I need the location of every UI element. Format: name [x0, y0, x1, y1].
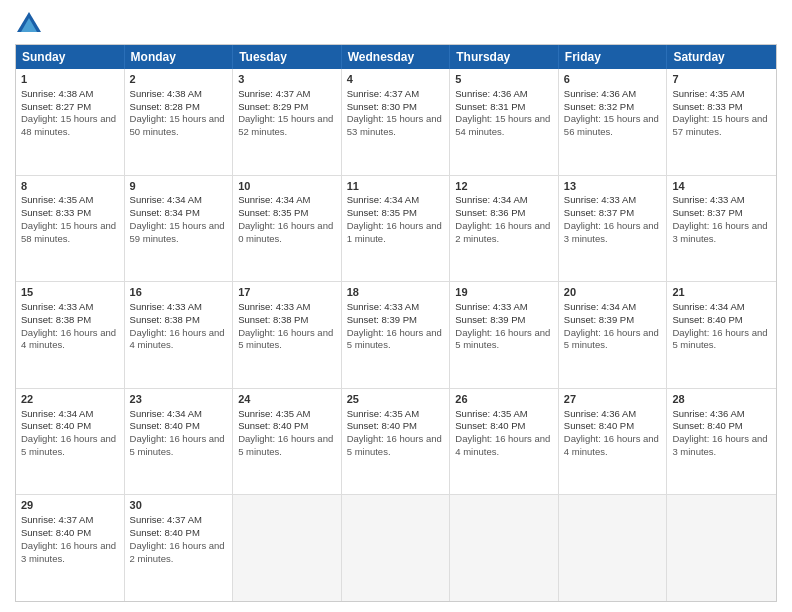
day-number: 4: [347, 72, 445, 87]
day-number: 3: [238, 72, 336, 87]
daylight: Daylight: 15 hours and 57 minutes.: [672, 113, 767, 137]
daylight: Daylight: 16 hours and 2 minutes.: [130, 540, 225, 564]
daylight: Daylight: 16 hours and 5 minutes.: [130, 433, 225, 457]
sunset: Sunset: 8:37 PM: [564, 207, 634, 218]
sunset: Sunset: 8:35 PM: [347, 207, 417, 218]
day-number: 11: [347, 179, 445, 194]
sunrise: Sunrise: 4:34 AM: [21, 408, 93, 419]
sunrise: Sunrise: 4:33 AM: [130, 301, 202, 312]
sunrise: Sunrise: 4:37 AM: [21, 514, 93, 525]
sunset: Sunset: 8:36 PM: [455, 207, 525, 218]
day-number: 17: [238, 285, 336, 300]
sunrise: Sunrise: 4:35 AM: [21, 194, 93, 205]
sunset: Sunset: 8:39 PM: [347, 314, 417, 325]
sunrise: Sunrise: 4:34 AM: [564, 301, 636, 312]
day-number: 23: [130, 392, 228, 407]
day-number: 22: [21, 392, 119, 407]
calendar-row-4: 22Sunrise: 4:34 AMSunset: 8:40 PMDayligh…: [16, 389, 776, 496]
empty-cell-r4-c6: [667, 495, 776, 601]
sunset: Sunset: 8:40 PM: [238, 420, 308, 431]
day-number: 2: [130, 72, 228, 87]
day-number: 30: [130, 498, 228, 513]
daylight: Daylight: 16 hours and 3 minutes.: [21, 540, 116, 564]
sunrise: Sunrise: 4:34 AM: [672, 301, 744, 312]
day-number: 20: [564, 285, 662, 300]
sunrise: Sunrise: 4:37 AM: [238, 88, 310, 99]
sunset: Sunset: 8:40 PM: [21, 527, 91, 538]
sunrise: Sunrise: 4:33 AM: [672, 194, 744, 205]
sunrise: Sunrise: 4:37 AM: [130, 514, 202, 525]
day-cell-21: 21Sunrise: 4:34 AMSunset: 8:40 PMDayligh…: [667, 282, 776, 388]
daylight: Daylight: 16 hours and 4 minutes.: [455, 433, 550, 457]
day-cell-6: 6Sunrise: 4:36 AMSunset: 8:32 PMDaylight…: [559, 69, 668, 175]
day-cell-10: 10Sunrise: 4:34 AMSunset: 8:35 PMDayligh…: [233, 176, 342, 282]
day-cell-15: 15Sunrise: 4:33 AMSunset: 8:38 PMDayligh…: [16, 282, 125, 388]
day-number: 29: [21, 498, 119, 513]
sunset: Sunset: 8:30 PM: [347, 101, 417, 112]
day-cell-29: 29Sunrise: 4:37 AMSunset: 8:40 PMDayligh…: [16, 495, 125, 601]
sunrise: Sunrise: 4:35 AM: [672, 88, 744, 99]
sunrise: Sunrise: 4:34 AM: [238, 194, 310, 205]
daylight: Daylight: 15 hours and 52 minutes.: [238, 113, 333, 137]
col-tuesday: Tuesday: [233, 45, 342, 69]
sunset: Sunset: 8:40 PM: [347, 420, 417, 431]
daylight: Daylight: 15 hours and 56 minutes.: [564, 113, 659, 137]
daylight: Daylight: 16 hours and 5 minutes.: [21, 433, 116, 457]
sunset: Sunset: 8:35 PM: [238, 207, 308, 218]
sunrise: Sunrise: 4:35 AM: [347, 408, 419, 419]
sunset: Sunset: 8:38 PM: [238, 314, 308, 325]
daylight: Daylight: 16 hours and 5 minutes.: [455, 327, 550, 351]
day-cell-7: 7Sunrise: 4:35 AMSunset: 8:33 PMDaylight…: [667, 69, 776, 175]
sunrise: Sunrise: 4:34 AM: [130, 194, 202, 205]
sunrise: Sunrise: 4:37 AM: [347, 88, 419, 99]
calendar-row-1: 1Sunrise: 4:38 AMSunset: 8:27 PMDaylight…: [16, 69, 776, 176]
day-number: 18: [347, 285, 445, 300]
logo: [15, 10, 47, 38]
day-number: 27: [564, 392, 662, 407]
sunrise: Sunrise: 4:34 AM: [347, 194, 419, 205]
day-cell-11: 11Sunrise: 4:34 AMSunset: 8:35 PMDayligh…: [342, 176, 451, 282]
day-number: 6: [564, 72, 662, 87]
daylight: Daylight: 16 hours and 3 minutes.: [564, 220, 659, 244]
day-number: 24: [238, 392, 336, 407]
calendar-row-3: 15Sunrise: 4:33 AMSunset: 8:38 PMDayligh…: [16, 282, 776, 389]
sunset: Sunset: 8:32 PM: [564, 101, 634, 112]
col-sunday: Sunday: [16, 45, 125, 69]
daylight: Daylight: 15 hours and 59 minutes.: [130, 220, 225, 244]
day-cell-19: 19Sunrise: 4:33 AMSunset: 8:39 PMDayligh…: [450, 282, 559, 388]
day-number: 15: [21, 285, 119, 300]
sunrise: Sunrise: 4:33 AM: [347, 301, 419, 312]
sunset: Sunset: 8:33 PM: [21, 207, 91, 218]
col-wednesday: Wednesday: [342, 45, 451, 69]
sunset: Sunset: 8:39 PM: [455, 314, 525, 325]
day-number: 19: [455, 285, 553, 300]
sunset: Sunset: 8:40 PM: [21, 420, 91, 431]
day-number: 16: [130, 285, 228, 300]
day-number: 12: [455, 179, 553, 194]
daylight: Daylight: 16 hours and 4 minutes.: [564, 433, 659, 457]
daylight: Daylight: 16 hours and 4 minutes.: [130, 327, 225, 351]
sunset: Sunset: 8:27 PM: [21, 101, 91, 112]
sunset: Sunset: 8:40 PM: [130, 527, 200, 538]
sunrise: Sunrise: 4:34 AM: [455, 194, 527, 205]
col-friday: Friday: [559, 45, 668, 69]
daylight: Daylight: 16 hours and 5 minutes.: [238, 327, 333, 351]
daylight: Daylight: 16 hours and 5 minutes.: [238, 433, 333, 457]
col-thursday: Thursday: [450, 45, 559, 69]
day-cell-13: 13Sunrise: 4:33 AMSunset: 8:37 PMDayligh…: [559, 176, 668, 282]
calendar: Sunday Monday Tuesday Wednesday Thursday…: [15, 44, 777, 602]
sunrise: Sunrise: 4:36 AM: [672, 408, 744, 419]
daylight: Daylight: 15 hours and 50 minutes.: [130, 113, 225, 137]
sunrise: Sunrise: 4:38 AM: [130, 88, 202, 99]
sunset: Sunset: 8:40 PM: [672, 420, 742, 431]
day-cell-3: 3Sunrise: 4:37 AMSunset: 8:29 PMDaylight…: [233, 69, 342, 175]
day-number: 10: [238, 179, 336, 194]
day-cell-17: 17Sunrise: 4:33 AMSunset: 8:38 PMDayligh…: [233, 282, 342, 388]
daylight: Daylight: 16 hours and 5 minutes.: [347, 327, 442, 351]
day-cell-2: 2Sunrise: 4:38 AMSunset: 8:28 PMDaylight…: [125, 69, 234, 175]
sunrise: Sunrise: 4:36 AM: [564, 408, 636, 419]
sunset: Sunset: 8:40 PM: [130, 420, 200, 431]
sunset: Sunset: 8:38 PM: [130, 314, 200, 325]
day-cell-16: 16Sunrise: 4:33 AMSunset: 8:38 PMDayligh…: [125, 282, 234, 388]
day-cell-23: 23Sunrise: 4:34 AMSunset: 8:40 PMDayligh…: [125, 389, 234, 495]
